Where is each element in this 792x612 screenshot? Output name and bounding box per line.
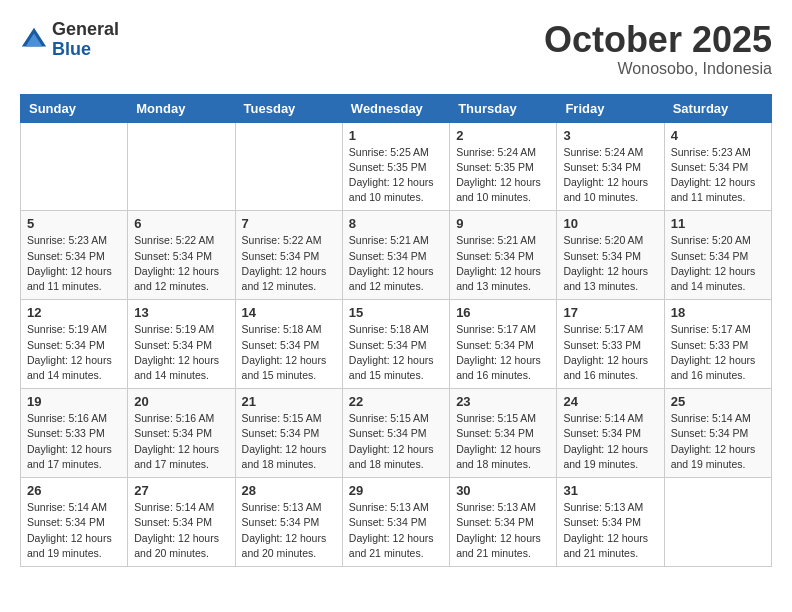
logo-blue: Blue (52, 40, 119, 60)
calendar-cell: 10Sunrise: 5:20 AM Sunset: 5:34 PM Dayli… (557, 211, 664, 300)
day-number: 2 (456, 128, 550, 143)
calendar-cell: 9Sunrise: 5:21 AM Sunset: 5:34 PM Daylig… (450, 211, 557, 300)
day-number: 7 (242, 216, 336, 231)
calendar-cell: 4Sunrise: 5:23 AM Sunset: 5:34 PM Daylig… (664, 122, 771, 211)
day-info: Sunrise: 5:13 AM Sunset: 5:34 PM Dayligh… (563, 500, 657, 561)
calendar-cell: 20Sunrise: 5:16 AM Sunset: 5:34 PM Dayli… (128, 389, 235, 478)
calendar-cell: 19Sunrise: 5:16 AM Sunset: 5:33 PM Dayli… (21, 389, 128, 478)
day-info: Sunrise: 5:14 AM Sunset: 5:34 PM Dayligh… (563, 411, 657, 472)
day-number: 18 (671, 305, 765, 320)
day-number: 14 (242, 305, 336, 320)
day-info: Sunrise: 5:18 AM Sunset: 5:34 PM Dayligh… (349, 322, 443, 383)
day-number: 8 (349, 216, 443, 231)
calendar-cell: 11Sunrise: 5:20 AM Sunset: 5:34 PM Dayli… (664, 211, 771, 300)
calendar-cell (664, 478, 771, 567)
day-number: 11 (671, 216, 765, 231)
day-info: Sunrise: 5:19 AM Sunset: 5:34 PM Dayligh… (27, 322, 121, 383)
day-number: 9 (456, 216, 550, 231)
week-row-5: 26Sunrise: 5:14 AM Sunset: 5:34 PM Dayli… (21, 478, 772, 567)
day-info: Sunrise: 5:13 AM Sunset: 5:34 PM Dayligh… (456, 500, 550, 561)
day-number: 20 (134, 394, 228, 409)
day-info: Sunrise: 5:13 AM Sunset: 5:34 PM Dayligh… (242, 500, 336, 561)
week-row-1: 1Sunrise: 5:25 AM Sunset: 5:35 PM Daylig… (21, 122, 772, 211)
calendar-cell: 1Sunrise: 5:25 AM Sunset: 5:35 PM Daylig… (342, 122, 449, 211)
day-info: Sunrise: 5:17 AM Sunset: 5:33 PM Dayligh… (671, 322, 765, 383)
day-number: 31 (563, 483, 657, 498)
calendar-cell: 26Sunrise: 5:14 AM Sunset: 5:34 PM Dayli… (21, 478, 128, 567)
day-info: Sunrise: 5:20 AM Sunset: 5:34 PM Dayligh… (563, 233, 657, 294)
day-info: Sunrise: 5:13 AM Sunset: 5:34 PM Dayligh… (349, 500, 443, 561)
calendar-cell: 30Sunrise: 5:13 AM Sunset: 5:34 PM Dayli… (450, 478, 557, 567)
day-info: Sunrise: 5:24 AM Sunset: 5:34 PM Dayligh… (563, 145, 657, 206)
day-info: Sunrise: 5:15 AM Sunset: 5:34 PM Dayligh… (456, 411, 550, 472)
calendar-cell: 7Sunrise: 5:22 AM Sunset: 5:34 PM Daylig… (235, 211, 342, 300)
calendar-cell: 21Sunrise: 5:15 AM Sunset: 5:34 PM Dayli… (235, 389, 342, 478)
calendar-cell: 25Sunrise: 5:14 AM Sunset: 5:34 PM Dayli… (664, 389, 771, 478)
day-number: 15 (349, 305, 443, 320)
month-title: October 2025 (544, 20, 772, 60)
day-info: Sunrise: 5:19 AM Sunset: 5:34 PM Dayligh… (134, 322, 228, 383)
logo-general: General (52, 20, 119, 40)
day-number: 4 (671, 128, 765, 143)
day-number: 26 (27, 483, 121, 498)
calendar-cell: 24Sunrise: 5:14 AM Sunset: 5:34 PM Dayli… (557, 389, 664, 478)
day-info: Sunrise: 5:14 AM Sunset: 5:34 PM Dayligh… (27, 500, 121, 561)
week-row-4: 19Sunrise: 5:16 AM Sunset: 5:33 PM Dayli… (21, 389, 772, 478)
calendar-cell: 6Sunrise: 5:22 AM Sunset: 5:34 PM Daylig… (128, 211, 235, 300)
week-row-3: 12Sunrise: 5:19 AM Sunset: 5:34 PM Dayli… (21, 300, 772, 389)
calendar-cell: 2Sunrise: 5:24 AM Sunset: 5:35 PM Daylig… (450, 122, 557, 211)
day-info: Sunrise: 5:14 AM Sunset: 5:34 PM Dayligh… (671, 411, 765, 472)
day-info: Sunrise: 5:22 AM Sunset: 5:34 PM Dayligh… (134, 233, 228, 294)
day-number: 3 (563, 128, 657, 143)
week-row-2: 5Sunrise: 5:23 AM Sunset: 5:34 PM Daylig… (21, 211, 772, 300)
day-number: 24 (563, 394, 657, 409)
day-number: 16 (456, 305, 550, 320)
day-number: 22 (349, 394, 443, 409)
location: Wonosobo, Indonesia (544, 60, 772, 78)
calendar-cell: 27Sunrise: 5:14 AM Sunset: 5:34 PM Dayli… (128, 478, 235, 567)
calendar-cell: 12Sunrise: 5:19 AM Sunset: 5:34 PM Dayli… (21, 300, 128, 389)
calendar-cell (128, 122, 235, 211)
day-number: 27 (134, 483, 228, 498)
day-info: Sunrise: 5:22 AM Sunset: 5:34 PM Dayligh… (242, 233, 336, 294)
calendar-cell: 5Sunrise: 5:23 AM Sunset: 5:34 PM Daylig… (21, 211, 128, 300)
day-number: 12 (27, 305, 121, 320)
calendar-cell: 22Sunrise: 5:15 AM Sunset: 5:34 PM Dayli… (342, 389, 449, 478)
calendar-cell: 16Sunrise: 5:17 AM Sunset: 5:34 PM Dayli… (450, 300, 557, 389)
day-info: Sunrise: 5:25 AM Sunset: 5:35 PM Dayligh… (349, 145, 443, 206)
logo-text: General Blue (52, 20, 119, 60)
day-number: 21 (242, 394, 336, 409)
day-info: Sunrise: 5:15 AM Sunset: 5:34 PM Dayligh… (349, 411, 443, 472)
day-info: Sunrise: 5:17 AM Sunset: 5:34 PM Dayligh… (456, 322, 550, 383)
page-header: General Blue October 2025 Wonosobo, Indo… (20, 20, 772, 78)
day-info: Sunrise: 5:24 AM Sunset: 5:35 PM Dayligh… (456, 145, 550, 206)
calendar-cell: 23Sunrise: 5:15 AM Sunset: 5:34 PM Dayli… (450, 389, 557, 478)
day-info: Sunrise: 5:15 AM Sunset: 5:34 PM Dayligh… (242, 411, 336, 472)
logo-icon (20, 26, 48, 54)
calendar-cell (235, 122, 342, 211)
weekday-header-sunday: Sunday (21, 94, 128, 122)
day-number: 17 (563, 305, 657, 320)
calendar-cell: 8Sunrise: 5:21 AM Sunset: 5:34 PM Daylig… (342, 211, 449, 300)
calendar: SundayMondayTuesdayWednesdayThursdayFrid… (20, 94, 772, 567)
calendar-cell: 14Sunrise: 5:18 AM Sunset: 5:34 PM Dayli… (235, 300, 342, 389)
calendar-cell: 15Sunrise: 5:18 AM Sunset: 5:34 PM Dayli… (342, 300, 449, 389)
day-number: 19 (27, 394, 121, 409)
day-info: Sunrise: 5:16 AM Sunset: 5:33 PM Dayligh… (27, 411, 121, 472)
day-info: Sunrise: 5:20 AM Sunset: 5:34 PM Dayligh… (671, 233, 765, 294)
weekday-header-tuesday: Tuesday (235, 94, 342, 122)
calendar-cell: 3Sunrise: 5:24 AM Sunset: 5:34 PM Daylig… (557, 122, 664, 211)
day-info: Sunrise: 5:23 AM Sunset: 5:34 PM Dayligh… (671, 145, 765, 206)
day-info: Sunrise: 5:16 AM Sunset: 5:34 PM Dayligh… (134, 411, 228, 472)
day-number: 6 (134, 216, 228, 231)
weekday-header-saturday: Saturday (664, 94, 771, 122)
calendar-cell: 17Sunrise: 5:17 AM Sunset: 5:33 PM Dayli… (557, 300, 664, 389)
weekday-header-wednesday: Wednesday (342, 94, 449, 122)
day-info: Sunrise: 5:21 AM Sunset: 5:34 PM Dayligh… (456, 233, 550, 294)
day-info: Sunrise: 5:17 AM Sunset: 5:33 PM Dayligh… (563, 322, 657, 383)
day-number: 23 (456, 394, 550, 409)
calendar-cell: 29Sunrise: 5:13 AM Sunset: 5:34 PM Dayli… (342, 478, 449, 567)
day-number: 13 (134, 305, 228, 320)
day-number: 25 (671, 394, 765, 409)
day-info: Sunrise: 5:14 AM Sunset: 5:34 PM Dayligh… (134, 500, 228, 561)
